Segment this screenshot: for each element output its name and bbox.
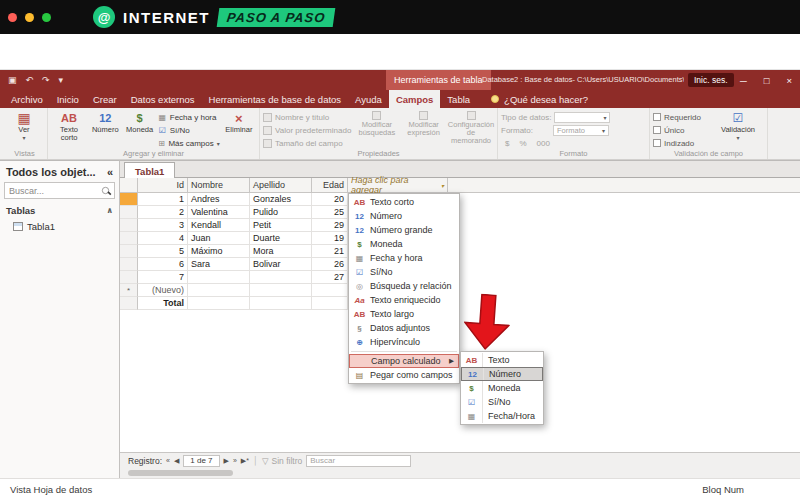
- data-type-label: Tipo de datos:: [501, 113, 551, 122]
- thousands-format-icon[interactable]: 000: [537, 139, 550, 148]
- navigation-pane: Todos los objet... « Tablas ∧ Tabla1: [0, 160, 120, 478]
- undo-icon[interactable]: ↶: [26, 75, 34, 85]
- select-all-corner[interactable]: [120, 178, 138, 192]
- window-zoom-dot-icon[interactable]: [42, 13, 51, 22]
- menu-item-pegar-como-campos[interactable]: ▤ Pegar como campos: [349, 368, 459, 382]
- currency-button[interactable]: $ Moneda: [123, 111, 155, 149]
- nav-pane-item-tabla1[interactable]: Tabla1: [0, 219, 119, 234]
- row-selector[interactable]: [120, 245, 138, 258]
- submenu-item-si-no[interactable]: ☑ Sí/No: [461, 395, 543, 409]
- menu-item-campo-calculado[interactable]: Campo calculado ▶: [349, 354, 459, 368]
- add-field-menu: AB Texto corto 12 Número 12 Número grand…: [348, 193, 460, 384]
- last-record-icon[interactable]: »: [233, 457, 237, 464]
- scrollbar-thumb[interactable]: [128, 470, 233, 476]
- menu-item-texto-enriquecido[interactable]: Aa Texto enriquecido: [349, 293, 459, 307]
- menu-item-datos-adjuntos[interactable]: § Datos adjuntos: [349, 321, 459, 335]
- delete-button[interactable]: × Eliminar: [222, 111, 256, 149]
- more-fields-button[interactable]: ⊞ Más campos ▾: [158, 137, 220, 149]
- tab-campos[interactable]: Campos: [389, 90, 440, 108]
- default-value-button[interactable]: Valor predeterminado: [263, 124, 353, 136]
- menu-item-hipervinculo[interactable]: ⊕ Hipervínculo: [349, 335, 459, 349]
- row-selector[interactable]: [120, 258, 138, 271]
- window-minimize-dot-icon[interactable]: [25, 13, 34, 22]
- submenu-item-fecha-hora[interactable]: ▦ Fecha/Hora: [461, 409, 543, 423]
- row-selector-current[interactable]: [120, 193, 138, 206]
- format-select[interactable]: Formato ▾: [553, 125, 609, 136]
- redo-icon[interactable]: ↷: [42, 75, 50, 85]
- new-record-selector[interactable]: *: [120, 284, 138, 297]
- nav-pane-group-tablas[interactable]: Tablas ∧: [0, 202, 119, 219]
- first-record-icon[interactable]: «: [166, 457, 170, 464]
- row-selector[interactable]: [120, 232, 138, 245]
- nav-pane-search[interactable]: [4, 182, 115, 199]
- row-selector[interactable]: [120, 219, 138, 232]
- menu-item-numero-grande[interactable]: 12 Número grande: [349, 223, 459, 237]
- column-header-edad[interactable]: Edad: [312, 178, 348, 192]
- collapse-pane-icon[interactable]: «: [107, 166, 113, 178]
- menu-item-si-no[interactable]: ☑ Sí/No: [349, 265, 459, 279]
- filter-indicator[interactable]: ▽ Sin filtro: [262, 456, 302, 466]
- logo-mark-icon: @: [93, 6, 115, 28]
- quick-access-toolbar: ▣ ↶ ↷ ▾: [8, 70, 63, 90]
- column-header-id[interactable]: Id: [138, 178, 188, 192]
- menu-item-texto-largo[interactable]: AB Texto largo: [349, 307, 459, 321]
- menu-item-fecha-y-hora[interactable]: ▦ Fecha y hora: [349, 251, 459, 265]
- field-size-button[interactable]: Tamaño del campo: [263, 137, 353, 149]
- maximize-icon[interactable]: □: [764, 75, 770, 86]
- minimize-icon[interactable]: ─: [740, 75, 747, 86]
- group-label-validacion: Validación de campo: [650, 149, 767, 158]
- indexed-checkbox[interactable]: Indizado: [653, 137, 713, 149]
- column-header-apellido[interactable]: Apellido: [250, 178, 312, 192]
- number-button[interactable]: 12 Número: [89, 111, 121, 149]
- next-record-icon[interactable]: ▶: [224, 457, 229, 465]
- modify-expression-button[interactable]: Modificar expresión: [401, 111, 446, 149]
- tab-crear[interactable]: Crear: [86, 90, 124, 108]
- row-selector[interactable]: [120, 206, 138, 219]
- save-icon[interactable]: ▣: [8, 75, 17, 85]
- yes-no-button[interactable]: ☑ Sí/No: [158, 124, 220, 136]
- record-search-input[interactable]: [306, 455, 411, 467]
- submenu-item-numero[interactable]: 12 Número: [461, 367, 543, 381]
- record-position[interactable]: 1 de 7: [183, 455, 219, 467]
- tell-me-box[interactable]: ¿Qué desea hacer?: [491, 90, 588, 108]
- chevron-down-icon: ▾: [217, 140, 220, 147]
- validation-button[interactable]: ☑ Validación ▾: [715, 111, 761, 149]
- row-selector[interactable]: [120, 297, 138, 310]
- document-tab-tabla1[interactable]: Tabla1: [124, 162, 175, 179]
- column-header-nombre[interactable]: Nombre: [188, 178, 250, 192]
- window-close-dot-icon[interactable]: [8, 13, 17, 22]
- tab-herramientas-bd[interactable]: Herramientas de base de datos: [202, 90, 349, 108]
- close-icon[interactable]: ×: [786, 75, 792, 86]
- row-selector[interactable]: [120, 271, 138, 284]
- qat-customize-icon[interactable]: ▾: [59, 75, 64, 85]
- modify-lookups-button[interactable]: Modificar búsquedas: [355, 111, 400, 149]
- date-time-button[interactable]: ▦ Fecha y hora: [158, 111, 220, 123]
- add-field-column-header[interactable]: Haga clic para agregar ▾: [348, 178, 448, 192]
- tab-tabla[interactable]: Tabla: [440, 90, 477, 108]
- attachment-icon: §: [353, 324, 366, 333]
- submenu-item-texto[interactable]: AB Texto: [461, 353, 543, 367]
- submenu-item-moneda[interactable]: $ Moneda: [461, 381, 543, 395]
- currency-format-icon[interactable]: $: [505, 139, 509, 148]
- menu-item-texto-corto[interactable]: AB Texto corto: [349, 195, 459, 209]
- new-record-icon[interactable]: ▶*: [241, 457, 249, 465]
- menu-item-numero[interactable]: 12 Número: [349, 209, 459, 223]
- menu-item-busqueda-y-relacion[interactable]: ◎ Búsqueda y relación: [349, 279, 459, 293]
- tab-ayuda[interactable]: Ayuda: [348, 90, 389, 108]
- memo-settings-button[interactable]: Configuración de memorando: [448, 111, 494, 149]
- data-type-select[interactable]: ▾: [554, 112, 610, 123]
- menu-item-moneda[interactable]: $ Moneda: [349, 237, 459, 251]
- tab-datos-externos[interactable]: Datos externos: [124, 90, 202, 108]
- unique-checkbox[interactable]: Único: [653, 124, 713, 136]
- short-text-button[interactable]: AB Texto corto: [51, 111, 87, 149]
- ver-button[interactable]: ▦ Ver ▾: [5, 111, 43, 142]
- tab-archivo[interactable]: Archivo: [4, 90, 50, 108]
- nav-pane-search-input[interactable]: [9, 186, 95, 196]
- horizontal-scrollbar[interactable]: [120, 468, 800, 478]
- sign-in-button[interactable]: Inic. ses.: [688, 73, 734, 87]
- required-checkbox[interactable]: Requerido: [653, 111, 713, 123]
- tab-inicio[interactable]: Inicio: [50, 90, 86, 108]
- previous-record-icon[interactable]: ◀: [174, 457, 179, 465]
- name-caption-button[interactable]: Nombre y título: [263, 111, 353, 123]
- percent-format-icon[interactable]: %: [519, 139, 526, 148]
